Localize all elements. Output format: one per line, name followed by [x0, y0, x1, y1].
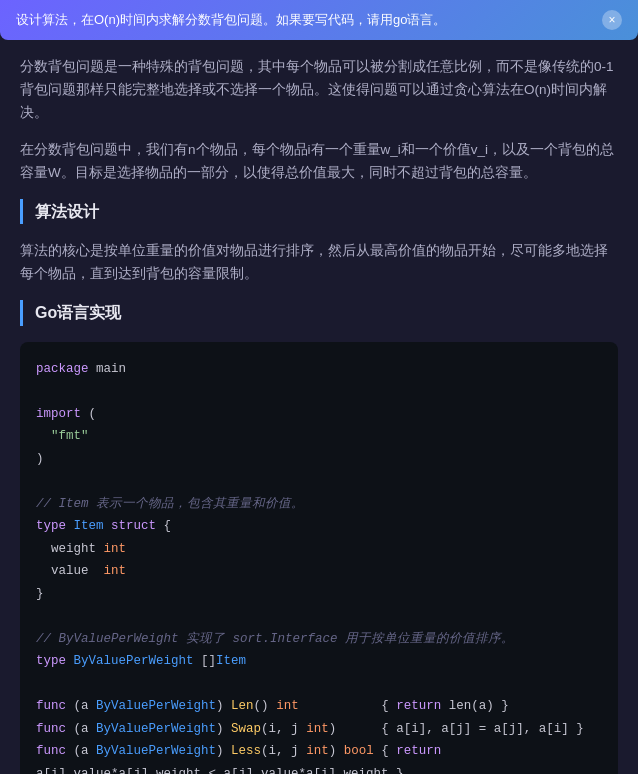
code-func-len: func (a ByValuePerWeight) Len() int { re… [36, 695, 602, 718]
close-button[interactable]: × [602, 10, 622, 30]
code-weight-field: weight int [36, 538, 602, 561]
algorithm-design-title: 算法设计 [35, 199, 618, 225]
code-import-close: ) [36, 448, 602, 471]
code-comment2: // ByValuePerWeight 实现了 sort.Interface 用… [36, 628, 602, 651]
code-type-byvpw: type ByValuePerWeight []Item [36, 650, 602, 673]
intro-para1: 分数背包问题是一种特殊的背包问题，其中每个物品可以被分割成任意比例，而不是像传统… [20, 56, 618, 125]
code-struct-close: } [36, 583, 602, 606]
go-impl-title: Go语言实现 [35, 300, 618, 326]
code-package: package main [36, 358, 602, 381]
code-value-field: value int [36, 560, 602, 583]
section-algorithm-design: 算法设计 [20, 199, 618, 225]
code-func-less2: a[i].value*a[j].weight < a[j].value*a[i]… [36, 763, 602, 774]
algorithm-description: 算法的核心是按单位重量的价值对物品进行排序，然后从最高价值的物品开始，尽可能多地… [20, 240, 618, 286]
code-import: import ( [36, 403, 602, 426]
top-banner: 设计算法，在O(n)时间内求解分数背包问题。如果要写代码，请用go语言。 × [0, 0, 638, 40]
code-func-swap: func (a ByValuePerWeight) Swap(i, j int)… [36, 718, 602, 741]
code-func-less1: func (a ByValuePerWeight) Less(i, j int)… [36, 740, 602, 763]
code-type-item: type Item struct { [36, 515, 602, 538]
section-go-impl: Go语言实现 [20, 300, 618, 326]
intro-para2: 在分数背包问题中，我们有n个物品，每个物品i有一个重量w_i和一个价值v_i，以… [20, 139, 618, 185]
banner-text: 设计算法，在O(n)时间内求解分数背包问题。如果要写代码，请用go语言。 [16, 10, 594, 30]
code-comment1: // Item 表示一个物品，包含其重量和价值。 [36, 493, 602, 516]
code-fmt: "fmt" [36, 425, 602, 448]
code-block: package main import ( "fmt" ) // Item 表示… [20, 342, 618, 774]
main-content: 分数背包问题是一种特殊的背包问题，其中每个物品可以被分割成任意比例，而不是像传统… [0, 56, 638, 774]
